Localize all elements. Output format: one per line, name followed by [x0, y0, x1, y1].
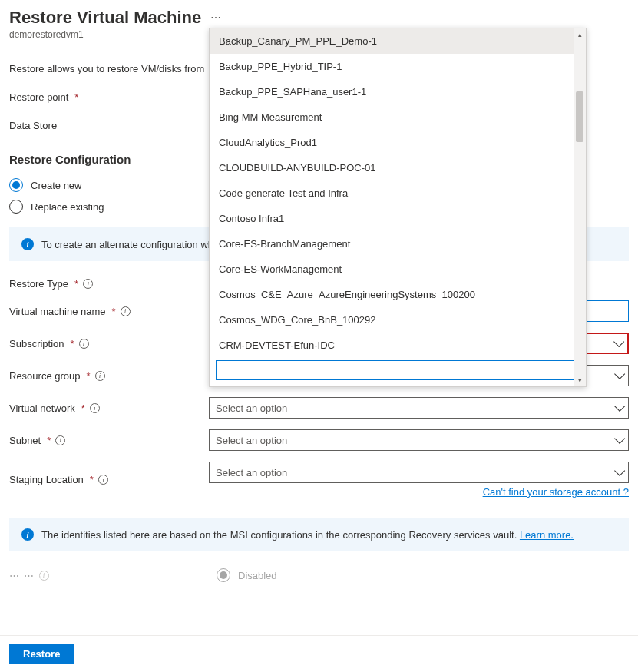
required-indicator: * [87, 370, 91, 382]
subscription-dropdown[interactable]: Backup_Canary_PM_PPE_Demo-1Backup_PPE_Hy… [209, 28, 587, 387]
storage-account-link[interactable]: Can't find your storage account ? [209, 486, 629, 498]
restore-button[interactable]: Restore [9, 644, 74, 664]
page-title: Restore Virtual Machine [9, 8, 201, 28]
label-vm-name: Virtual machine name [9, 306, 106, 317]
required-indicator: * [74, 278, 78, 290]
label-virtual-network: Virtual network [9, 402, 75, 414]
learn-more-link[interactable]: Learn more. [520, 529, 574, 541]
info-icon[interactable]: i [98, 475, 108, 485]
required-indicator: * [90, 474, 94, 485]
info-icon: i [21, 238, 34, 250]
chevron-down-icon [613, 336, 624, 347]
info-icon[interactable]: i [90, 403, 100, 413]
dropdown-item[interactable]: Core-ES-BranchManagement [210, 231, 586, 257]
select-value: Select an option [216, 402, 287, 414]
chevron-down-icon [614, 433, 625, 444]
radio-icon [9, 178, 23, 192]
label-data-store: Data Store [9, 120, 57, 131]
chevron-down-icon [614, 369, 625, 379]
info-icon[interactable]: i [83, 279, 93, 289]
label-staging-location: Staging Location [9, 474, 84, 485]
info-icon[interactable]: i [79, 339, 89, 349]
identities-row: ⋯ ⋯ i Disabled [9, 568, 629, 582]
chevron-down-icon [614, 401, 625, 412]
dropdown-item[interactable]: Core-ES-WorkManagement [210, 257, 586, 282]
info-icon[interactable]: i [121, 306, 131, 316]
select-value: Select an option [216, 467, 287, 478]
dropdown-item[interactable]: CLOUDBUILD-ANYBUILD-POC-01 [210, 155, 586, 180]
dropdown-item[interactable]: Contoso Infra1 [210, 206, 586, 231]
scrollbar[interactable]: ▴ ▾ [574, 28, 586, 386]
info-icon[interactable]: i [95, 371, 105, 381]
identities-disabled-label: Disabled [238, 570, 277, 581]
info-banner-identities: i The identities listed here are based o… [9, 518, 629, 551]
scroll-down-icon[interactable]: ▾ [574, 374, 586, 386]
dropdown-item[interactable]: Backup_PPE_Hybrid_TIP-1 [210, 54, 586, 79]
dropdown-item[interactable]: Backup_PPE_SAPHana_user1-1 [210, 79, 586, 104]
radio-icon [9, 200, 23, 214]
required-indicator: * [47, 435, 51, 446]
virtual-network-select[interactable]: Select an option [209, 397, 629, 419]
label-subnet: Subnet [9, 435, 41, 446]
scroll-thumb[interactable] [576, 91, 583, 142]
info-icon[interactable]: i [55, 435, 65, 445]
label-restore-type: Restore Type [9, 278, 68, 290]
dropdown-item[interactable]: Bing MM Measurement [210, 104, 586, 130]
label-resource-group: Resource group [9, 370, 81, 382]
staging-location-select[interactable]: Select an option [209, 462, 629, 483]
select-value: Select an option [216, 435, 287, 446]
required-indicator: * [81, 402, 85, 414]
required-indicator: * [112, 306, 116, 317]
required-indicator: * [74, 91, 78, 103]
radio-label: Replace existing [31, 201, 104, 213]
dropdown-search-input[interactable] [216, 360, 580, 380]
banner-text: To create an alternate configuration whe [41, 239, 219, 250]
radio-label: Create new [31, 180, 81, 191]
dropdown-item[interactable]: Cosmos_C&E_Azure_AzureEngineeringSystems… [210, 282, 586, 307]
dropdown-item[interactable]: Code generate Test and Infra [210, 180, 586, 206]
dropdown-item[interactable]: CloudAnalytics_Prod1 [210, 130, 586, 155]
more-icon[interactable]: ⋯ [210, 12, 222, 24]
chevron-down-icon [614, 465, 625, 476]
info-icon: i [39, 571, 49, 581]
dropdown-item[interactable]: Backup_Canary_PM_PPE_Demo-1 [210, 28, 586, 54]
label-subscription: Subscription [9, 338, 64, 349]
subnet-select[interactable]: Select an option [209, 429, 629, 451]
scroll-up-icon[interactable]: ▴ [574, 28, 586, 41]
required-indicator: * [71, 338, 74, 349]
radio-icon [217, 568, 230, 582]
banner-text: The identities listed here are based on … [41, 529, 520, 541]
dropdown-item[interactable]: Cosmos_WDG_Core_BnB_100292 [210, 307, 586, 333]
info-icon: i [21, 528, 34, 541]
dropdown-item[interactable]: CRM-DEVTEST-Efun-IDC [210, 333, 586, 356]
label-restore-point: Restore point [9, 91, 68, 103]
